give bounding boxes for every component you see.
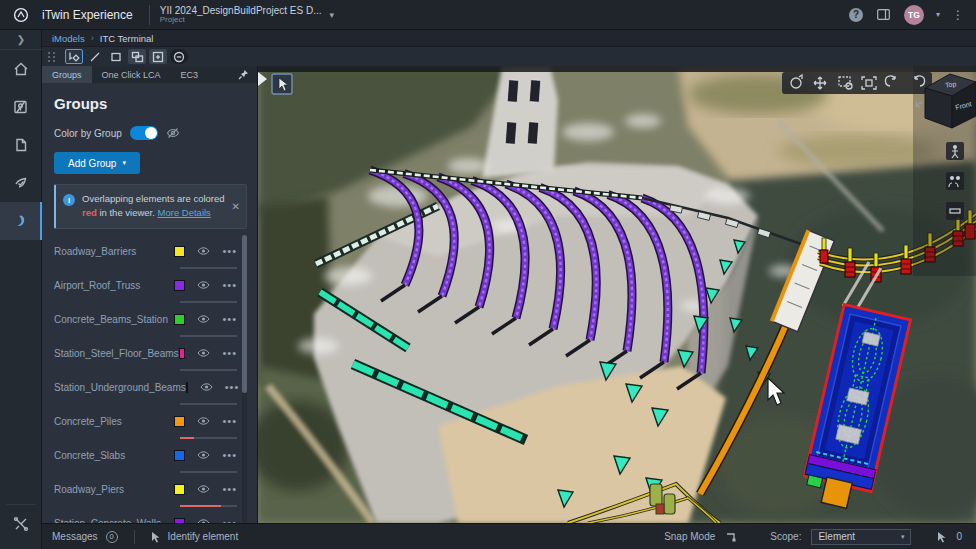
scope-dropdown[interactable]: Element ▾ — [811, 529, 911, 545]
panel-toggle-button[interactable] — [876, 7, 892, 23]
identify-element-label[interactable]: Identify element — [168, 531, 239, 542]
avatar-caret-icon[interactable]: ▾ — [936, 10, 940, 19]
itwin-logo-icon — [13, 7, 29, 23]
group-name[interactable]: Concrete_Piles — [54, 416, 174, 427]
group-color-swatch[interactable] — [174, 246, 185, 257]
group-color-swatch[interactable] — [174, 484, 185, 495]
user-avatar[interactable]: TG — [904, 5, 924, 25]
itwin-logo[interactable] — [0, 7, 42, 23]
group-name[interactable]: Roadway_Barriers — [54, 246, 174, 257]
group-list-item[interactable]: Airport_Roof_Truss ••• — [54, 269, 237, 303]
eye-slash-icon[interactable] — [166, 127, 180, 139]
group-more-menu-button[interactable]: ••• — [222, 483, 237, 495]
rail-expand-button[interactable]: ❯ — [0, 30, 42, 50]
group-name[interactable]: Concrete_Slabs — [54, 450, 174, 461]
app-title: iTwin Experience — [42, 8, 133, 22]
rail-item-documents[interactable] — [0, 126, 42, 164]
drag-handle-icon[interactable] — [48, 52, 56, 62]
groups-scrollbar[interactable] — [242, 235, 247, 524]
group-color-swatch[interactable] — [174, 450, 185, 461]
group-more-menu-button[interactable]: ••• — [222, 313, 237, 325]
tab-one-click-lca[interactable]: One Click LCA — [92, 66, 171, 83]
color-by-group-toggle[interactable] — [130, 126, 158, 140]
group-name[interactable]: Airport_Roof_Truss — [54, 280, 174, 291]
group-list-item[interactable]: Station_Steel_Floor_Beams ••• — [54, 337, 237, 371]
walk-tool-button[interactable] — [946, 142, 964, 160]
shape-tool-button[interactable] — [107, 49, 125, 64]
group-color-swatch[interactable] — [174, 314, 185, 325]
group-visibility-eye-icon[interactable] — [197, 246, 210, 256]
layers-icon — [131, 51, 144, 63]
scope-label: Scope: — [770, 531, 801, 542]
group-more-menu-button[interactable]: ••• — [225, 381, 240, 393]
group-list-item[interactable]: Station_Concrete_Walls ••• — [54, 507, 237, 524]
people-tool-button[interactable] — [946, 172, 964, 190]
project-name: YII 2024_DesignBuildProject ES D... — [160, 5, 322, 16]
group-layers-tool-button[interactable] — [128, 49, 146, 64]
banner-close-icon[interactable]: ✕ — [232, 201, 240, 212]
selection-count: 0 — [956, 531, 962, 542]
line-tool-button[interactable] — [86, 49, 104, 64]
group-name[interactable]: Station_Steel_Floor_Beams — [54, 348, 179, 359]
rail-item-admin-tools[interactable] — [0, 505, 42, 543]
plus-square-icon — [152, 51, 164, 63]
group-list-item[interactable]: Roadway_Barriers ••• — [54, 235, 237, 269]
divider — [149, 5, 150, 25]
viewer-3d-canvas[interactable]: Top Front — [258, 66, 976, 523]
rail-item-map[interactable] — [0, 88, 42, 126]
scope-value: Element — [818, 531, 855, 542]
group-color-swatch[interactable] — [179, 348, 186, 359]
group-more-menu-button[interactable]: ••• — [222, 449, 237, 461]
group-visibility-eye-icon[interactable] — [197, 280, 210, 290]
rail-item-validation[interactable] — [0, 164, 42, 202]
group-visibility-eye-icon[interactable] — [197, 484, 210, 494]
tab-groups[interactable]: Groups — [42, 66, 92, 83]
rail-item-groups-active[interactable] — [0, 202, 42, 240]
group-visibility-eye-icon[interactable] — [197, 416, 210, 426]
add-selection-button[interactable] — [149, 49, 167, 64]
messages-label[interactable]: Messages — [52, 531, 98, 542]
group-list-item[interactable]: Concrete_Piles ••• — [54, 405, 237, 439]
group-visibility-eye-icon[interactable] — [197, 348, 210, 358]
group-list-item[interactable]: Concrete_Slabs ••• — [54, 439, 237, 473]
group-more-menu-button[interactable]: ••• — [222, 415, 237, 427]
group-list-item[interactable]: Concrete_Beams_Station ••• — [54, 303, 237, 337]
home-icon — [13, 61, 29, 77]
pin-panel-button[interactable] — [238, 66, 257, 83]
measure-tool-button[interactable] — [946, 202, 964, 220]
project-switcher[interactable]: YII 2024_DesignBuildProject ES D... Proj… — [160, 5, 322, 25]
more-details-link[interactable]: More Details — [158, 207, 211, 218]
snap-mode-icon[interactable] — [725, 532, 736, 542]
group-name[interactable]: Station_Underground_Beams — [54, 382, 186, 393]
group-color-swatch[interactable] — [186, 382, 188, 393]
group-list-item[interactable]: Roadway_Piers ••• — [54, 473, 237, 507]
status-bar: Messages 0 Identify element Snap Mode Sc… — [42, 523, 976, 549]
tab-ec3[interactable]: EC3 — [171, 66, 209, 83]
project-caret-icon[interactable]: ▾ — [329, 10, 334, 20]
line-icon — [89, 51, 101, 63]
group-visibility-eye-icon[interactable] — [200, 382, 213, 392]
group-name[interactable]: Concrete_Beams_Station — [54, 314, 174, 325]
remove-selection-button[interactable] — [170, 49, 188, 64]
selection-cursor-icon — [937, 531, 946, 543]
help-button[interactable]: ? — [848, 7, 864, 23]
group-more-menu-button[interactable]: ••• — [222, 245, 237, 257]
group-visibility-eye-icon[interactable] — [197, 314, 210, 324]
rectangle-icon — [110, 51, 122, 63]
color-by-group-label: Color by Group — [54, 128, 122, 139]
breadcrumb-imodels-link[interactable]: iModels — [52, 33, 85, 44]
group-visibility-eye-icon[interactable] — [197, 450, 210, 460]
rail-item-home[interactable] — [0, 50, 42, 88]
group-list-item[interactable]: Station_Underground_Beams ••• — [54, 371, 237, 405]
group-more-menu-button[interactable]: ••• — [222, 279, 237, 291]
add-group-button[interactable]: Add Group▾ — [54, 152, 140, 174]
group-color-swatch[interactable] — [174, 416, 185, 427]
snap-mode-label[interactable]: Snap Mode — [664, 531, 715, 542]
group-name[interactable]: Roadway_Piers — [54, 484, 174, 495]
select-arrow-icon — [68, 51, 80, 63]
group-more-menu-button[interactable]: ••• — [222, 347, 237, 359]
panel-icon — [877, 9, 890, 20]
more-menu-button[interactable]: ⋮ — [952, 8, 964, 22]
group-color-swatch[interactable] — [174, 280, 185, 291]
select-element-tool-button[interactable] — [65, 49, 83, 64]
